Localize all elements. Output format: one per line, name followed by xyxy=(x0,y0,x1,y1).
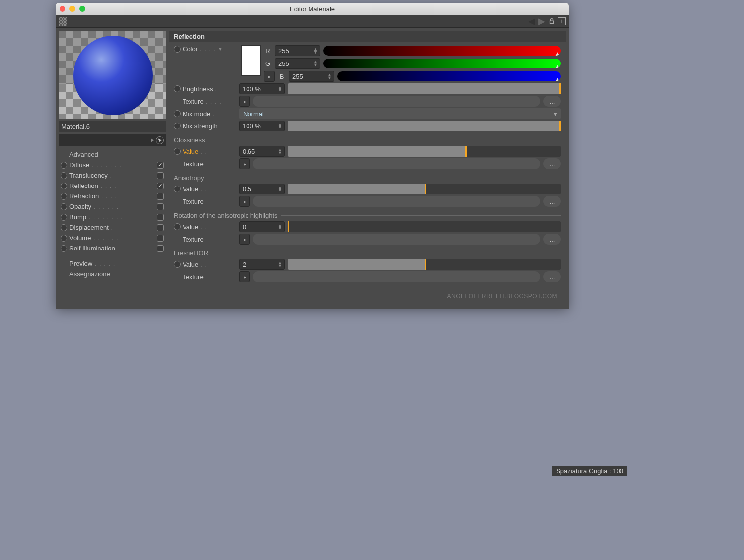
input-green[interactable]: 255▲▼ xyxy=(275,58,320,69)
texture-field[interactable] xyxy=(253,96,540,107)
color-mode-button[interactable]: ▸ xyxy=(264,71,275,82)
browse-button[interactable]: ... xyxy=(543,234,561,245)
slider-anisotropy[interactable] xyxy=(288,184,561,194)
texture-menu-button[interactable]: ▸ xyxy=(239,196,250,207)
radio-icon[interactable] xyxy=(174,123,181,129)
group-anisotropy: Anisotropy xyxy=(174,174,204,182)
radio-icon[interactable] xyxy=(174,261,181,268)
slider-rotation[interactable] xyxy=(288,221,561,232)
checkbox-reflection[interactable] xyxy=(157,183,164,189)
label-b: B xyxy=(278,73,286,80)
radio-icon[interactable] xyxy=(174,148,181,155)
nav-back-icon[interactable]: ◀ xyxy=(528,16,535,27)
material-name-field[interactable]: Material.6 xyxy=(59,121,166,132)
radio-icon[interactable] xyxy=(61,162,67,169)
channel-translucency[interactable]: Translucency . xyxy=(69,172,155,179)
radio-icon[interactable] xyxy=(61,172,67,179)
texture-field[interactable] xyxy=(253,271,540,282)
checkbox-bump[interactable] xyxy=(157,214,164,221)
texture-menu-button[interactable]: ▸ xyxy=(239,271,250,282)
browse-button[interactable]: ... xyxy=(543,196,561,207)
browse-button[interactable]: ... xyxy=(543,96,561,107)
checkbox-opacity[interactable] xyxy=(157,203,164,210)
radio-icon[interactable] xyxy=(174,110,181,117)
dropdown-mix-mode[interactable]: Normal xyxy=(239,108,561,119)
checkbox-diffuse[interactable] xyxy=(157,162,164,169)
group-rotation: Rotation of the anisotropic highlights xyxy=(174,212,278,219)
label-fresnel-value: Value xyxy=(183,261,198,268)
texture-menu-button[interactable]: ▸ xyxy=(239,158,250,169)
radio-icon[interactable] xyxy=(174,186,181,192)
channel-bump[interactable]: Bump . . . . . . . . xyxy=(69,213,155,221)
input-red[interactable]: 255▲▼ xyxy=(275,45,320,56)
section-header: Reflection xyxy=(169,31,566,42)
slider-glossiness[interactable] xyxy=(288,146,561,157)
channel-preview[interactable]: Preview . . . . . xyxy=(61,260,164,267)
window-titlebar[interactable]: Editor Materiale xyxy=(56,3,569,15)
group-fresnel: Fresnel IOR xyxy=(174,249,208,257)
add-icon[interactable]: + xyxy=(558,17,566,25)
radio-icon[interactable] xyxy=(61,183,67,189)
browse-button[interactable]: ... xyxy=(543,158,561,169)
label-texture: Texture xyxy=(183,160,204,168)
slider-green[interactable] xyxy=(323,59,561,68)
checkbox-refraction[interactable] xyxy=(157,193,164,200)
channel-self-illumination[interactable]: Self Illumination xyxy=(69,245,155,252)
picker-icon[interactable] xyxy=(156,136,164,144)
channel-assignment[interactable]: Assegnazione xyxy=(61,270,164,278)
radio-icon[interactable] xyxy=(61,235,67,242)
browse-button[interactable]: ... xyxy=(543,271,561,282)
label-mix-mode: Mix mode xyxy=(183,110,210,118)
input-glossiness[interactable]: 0.65▲▼ xyxy=(239,146,285,157)
material-preview[interactable] xyxy=(59,31,166,119)
label-texture: Texture xyxy=(183,98,204,105)
radio-icon[interactable] xyxy=(61,245,67,252)
texture-field[interactable] xyxy=(253,158,540,169)
slider-fresnel[interactable] xyxy=(288,259,561,270)
checkbox-translucency[interactable] xyxy=(157,172,164,179)
input-anisotropy[interactable]: 0.5▲▼ xyxy=(239,184,285,194)
slider-red[interactable] xyxy=(323,46,561,56)
slider-blue[interactable] xyxy=(337,71,561,81)
texture-menu-button[interactable]: ▸ xyxy=(239,234,250,245)
channel-advanced[interactable]: Advanced xyxy=(61,151,164,158)
radio-icon[interactable] xyxy=(174,85,181,92)
status-bar: Spaziatura Griglia : 100 xyxy=(552,466,627,476)
input-blue[interactable]: 255▲▼ xyxy=(289,71,334,82)
expand-icon[interactable] xyxy=(151,138,155,142)
radio-icon[interactable] xyxy=(61,224,67,231)
input-mix-strength[interactable]: 100 %▲▼ xyxy=(239,121,285,131)
channel-volume[interactable]: Volume . . . . . . xyxy=(69,234,155,242)
window-title: Editor Materiale xyxy=(56,5,569,13)
nav-forward-icon: ▶ xyxy=(538,16,545,27)
radio-icon[interactable] xyxy=(174,223,181,230)
checkbox-displacement[interactable] xyxy=(157,224,164,231)
slider-brightness[interactable] xyxy=(288,83,561,94)
radio-icon[interactable] xyxy=(61,193,67,200)
label-mix-strength: Mix strength xyxy=(183,123,218,130)
color-swatch[interactable] xyxy=(241,45,261,76)
texture-field[interactable] xyxy=(253,196,540,207)
label-color: Color xyxy=(183,45,198,53)
slider-mix-strength[interactable] xyxy=(288,121,561,131)
radio-icon[interactable] xyxy=(174,46,181,53)
input-brightness[interactable]: 100 %▲▼ xyxy=(239,83,285,94)
channel-reflection[interactable]: Reflection . . . . xyxy=(69,182,155,189)
sidebar-toolrow xyxy=(59,134,166,146)
texture-field[interactable] xyxy=(253,234,540,245)
checkbox-self-illumination[interactable] xyxy=(157,245,164,252)
channel-refraction[interactable]: Refraction . . . . xyxy=(69,192,155,200)
channel-opacity[interactable]: Opacity . . . . . . xyxy=(69,203,155,210)
channel-diffuse[interactable]: Diffuse . . . . . . . xyxy=(69,161,155,169)
radio-icon[interactable] xyxy=(61,203,67,210)
lock-icon[interactable] xyxy=(548,18,555,25)
checkbox-volume[interactable] xyxy=(157,235,164,242)
radio-icon[interactable] xyxy=(61,214,67,221)
texture-menu-button[interactable]: ▸ xyxy=(239,96,250,107)
channel-displacement[interactable]: Displacement . xyxy=(69,224,155,231)
input-fresnel[interactable]: 2▲▼ xyxy=(239,259,285,270)
checker-icon[interactable] xyxy=(59,17,67,26)
material-editor-window: Editor Materiale ◀ ▶ + Material.6 Advanc… xyxy=(56,3,569,309)
input-rotation[interactable]: 0▲▼ xyxy=(239,221,285,232)
channel-list: Advanced Diffuse . . . . . . . Transluce… xyxy=(59,149,166,279)
